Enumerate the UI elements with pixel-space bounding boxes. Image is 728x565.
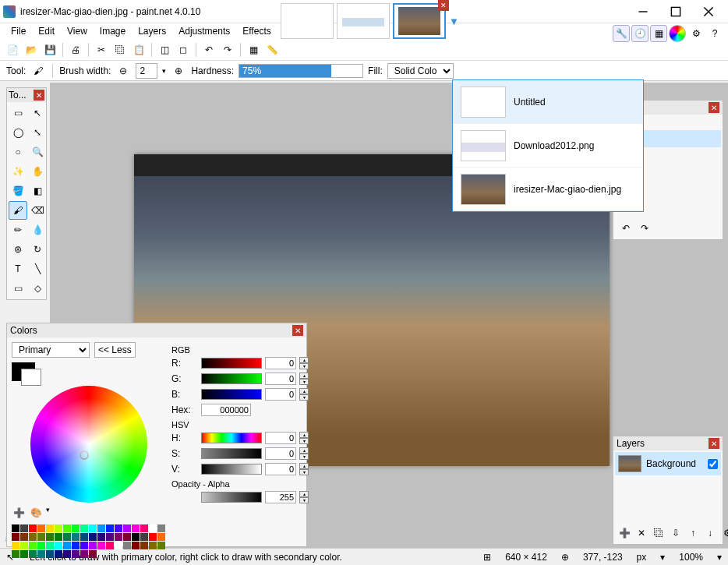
palette-cell[interactable] — [106, 524, 114, 532]
palette-cell[interactable] — [72, 533, 80, 541]
palette-cell[interactable] — [20, 524, 28, 532]
paste-icon[interactable]: 📋 — [131, 42, 147, 58]
palette-cell[interactable] — [55, 550, 62, 558]
util-settings-icon[interactable]: ⚙ — [687, 25, 705, 42]
rect-select-tool[interactable]: ▭ — [9, 104, 27, 122]
zoom-tool[interactable]: 🔍 — [28, 143, 47, 161]
layer-row[interactable]: Background — [615, 452, 721, 475]
maximize-button[interactable] — [659, 1, 692, 23]
thumb-close-icon[interactable]: ✕ — [438, 0, 449, 11]
color-palette[interactable] — [12, 524, 165, 558]
palette-cell[interactable] — [80, 542, 88, 549]
palette-cell[interactable] — [55, 533, 62, 541]
colors-close-icon[interactable]: ✕ — [292, 325, 303, 336]
palette-cell[interactable] — [63, 524, 71, 532]
move-tool[interactable]: ↖ — [28, 104, 47, 122]
g-input[interactable] — [265, 373, 296, 385]
crop-icon[interactable]: ◫ — [157, 42, 172, 58]
thumb-dropdown-icon[interactable]: ▼ — [449, 12, 460, 30]
palette-cell[interactable] — [80, 524, 88, 532]
opacity-spinner[interactable]: ▴▾ — [299, 491, 309, 503]
palette-cell[interactable] — [72, 550, 80, 558]
palette-cell[interactable] — [97, 542, 105, 549]
palette-cell[interactable] — [12, 542, 19, 549]
palette-cell[interactable] — [115, 542, 122, 549]
palette-cell[interactable] — [20, 542, 28, 549]
open-icon[interactable]: 📂 — [23, 42, 39, 58]
menu-view[interactable]: View — [61, 24, 94, 38]
move-selection-tool[interactable]: ⤡ — [28, 123, 47, 142]
ruler-icon[interactable]: 📏 — [264, 42, 280, 58]
palette-cell[interactable] — [123, 533, 131, 541]
palette-cell[interactable] — [106, 542, 114, 549]
palette-cell[interactable] — [29, 524, 37, 532]
text-tool[interactable]: T — [9, 260, 27, 278]
palette-cell[interactable] — [149, 533, 157, 541]
palette-cell[interactable] — [123, 524, 131, 532]
layer-merge-icon[interactable]: ⇩ — [668, 525, 684, 541]
palette-cell[interactable] — [89, 524, 97, 532]
minimize-button[interactable] — [627, 1, 659, 23]
palette-cell[interactable] — [72, 542, 80, 549]
palette-cell[interactable] — [72, 524, 80, 532]
palette-cell[interactable] — [55, 542, 62, 549]
palette-icon[interactable]: 🎨 — [29, 506, 43, 520]
rectangle-tool[interactable]: ▭ — [9, 279, 27, 298]
palette-cell[interactable] — [29, 542, 37, 549]
new-icon[interactable]: 📄 — [5, 42, 20, 58]
v-input[interactable] — [265, 463, 296, 475]
palette-cell[interactable] — [106, 533, 114, 541]
palette-cell[interactable] — [46, 550, 54, 558]
opacity-slider[interactable] — [201, 492, 262, 503]
paint-bucket-tool[interactable]: 🪣 — [9, 182, 27, 200]
r-spinner[interactable]: ▴▾ — [299, 357, 309, 369]
h-input[interactable] — [265, 432, 296, 444]
history-undo-icon[interactable]: ↶ — [618, 221, 634, 236]
b-slider[interactable] — [201, 389, 262, 400]
g-slider[interactable] — [201, 373, 262, 384]
undo-icon[interactable]: ↶ — [201, 42, 217, 58]
b-spinner[interactable]: ▴▾ — [299, 388, 309, 401]
lasso-tool[interactable]: ◯ — [9, 123, 27, 142]
palette-cell[interactable] — [123, 542, 131, 549]
hex-input[interactable] — [201, 404, 251, 416]
palette-cell[interactable] — [12, 533, 19, 541]
history-close-icon[interactable]: ✕ — [709, 102, 719, 113]
palette-cell[interactable] — [37, 524, 45, 532]
r-input[interactable] — [265, 357, 296, 369]
palette-cell[interactable] — [46, 524, 54, 532]
image-list-item-iresizer[interactable]: iresizer-Mac-giao-dien.jpg — [453, 168, 643, 211]
palette-cell[interactable] — [12, 550, 19, 558]
palette-cell[interactable] — [132, 533, 140, 541]
save-icon[interactable]: 💾 — [42, 42, 58, 58]
grid-icon[interactable]: ▦ — [246, 42, 261, 58]
hardness-slider[interactable]: 75% — [239, 64, 363, 78]
brush-width-input[interactable] — [136, 63, 157, 79]
palette-cell[interactable] — [80, 550, 88, 558]
palette-cell[interactable] — [115, 533, 122, 541]
brush-plus-icon[interactable]: ⊕ — [171, 63, 186, 79]
layers-close-icon[interactable]: ✕ — [709, 438, 719, 449]
magic-wand-tool[interactable]: ✨ — [9, 162, 27, 181]
palette-cell[interactable] — [80, 533, 88, 541]
util-history-icon[interactable]: 🕘 — [631, 25, 648, 42]
palette-cell[interactable] — [20, 533, 28, 541]
layer-delete-icon[interactable]: ✕ — [634, 525, 649, 541]
history-redo-icon[interactable]: ↷ — [637, 221, 652, 236]
line-tool[interactable]: ╲ — [28, 260, 47, 278]
gradient-tool[interactable]: ◧ — [28, 182, 47, 200]
brush-minus-icon[interactable]: ⊖ — [115, 63, 131, 79]
palette-cell[interactable] — [89, 533, 97, 541]
layer-duplicate-icon[interactable]: ⿻ — [651, 525, 666, 541]
palette-cell[interactable] — [132, 524, 140, 532]
palette-cell[interactable] — [20, 550, 28, 558]
s-spinner[interactable]: ▴▾ — [299, 447, 309, 460]
layer-up-icon[interactable]: ↑ — [685, 525, 701, 541]
copy-icon[interactable]: ⿻ — [112, 42, 128, 58]
palette-cell[interactable] — [97, 533, 105, 541]
menu-adjustments[interactable]: Adjustments — [172, 24, 236, 38]
palette-cell[interactable] — [29, 550, 37, 558]
palette-cell[interactable] — [46, 533, 54, 541]
shapes-tool[interactable]: ◇ — [28, 279, 47, 298]
menu-effects[interactable]: Effects — [236, 24, 277, 38]
